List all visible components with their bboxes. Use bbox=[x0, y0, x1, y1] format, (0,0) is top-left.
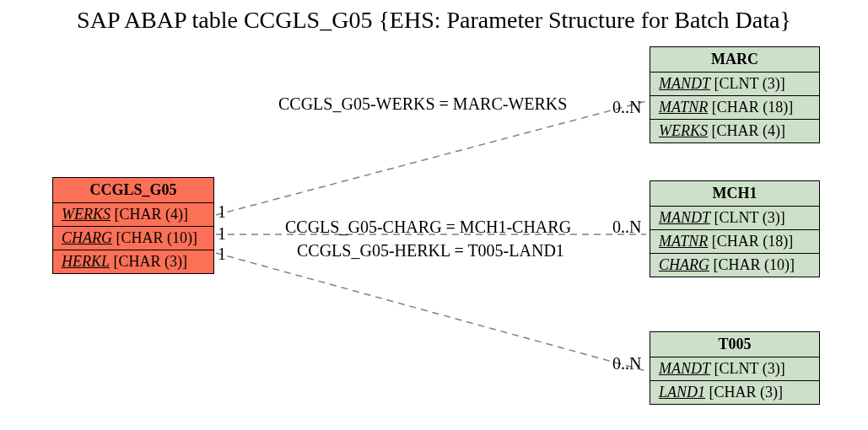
field-type: [CLNT (3)] bbox=[714, 209, 785, 226]
entity-t005: T005 MANDT [CLNT (3)] LAND1 [CHAR (3)] bbox=[650, 331, 820, 405]
cardinality-src-marc: 1 bbox=[218, 202, 226, 222]
field-name: MANDT bbox=[659, 360, 710, 377]
field-type: [CHAR (18)] bbox=[712, 99, 794, 116]
field-name: WERKS bbox=[659, 122, 708, 139]
entity-field-row: MANDT [CLNT (3)] bbox=[650, 73, 819, 96]
entity-field-row: WERKS [CHAR (4)] bbox=[53, 203, 213, 227]
entity-ccgls-g05: CCGLS_G05 WERKS [CHAR (4)] CHARG [CHAR (… bbox=[52, 177, 214, 274]
cardinality-dst-marc: 0..N bbox=[612, 98, 641, 117]
field-name: CHARG bbox=[62, 229, 112, 246]
entity-field-row: CHARG [CHAR (10)] bbox=[650, 254, 819, 277]
field-type: [CHAR (10)] bbox=[714, 256, 795, 273]
field-type: [CLNT (3)] bbox=[714, 360, 785, 377]
relation-label-mch1: CCGLS_G05-CHARG = MCH1-CHARG bbox=[285, 218, 571, 237]
entity-field-row: MANDT [CLNT (3)] bbox=[650, 207, 819, 230]
field-name: MATNR bbox=[659, 233, 708, 250]
field-name: MANDT bbox=[659, 75, 710, 92]
field-type: [CHAR (10)] bbox=[116, 229, 198, 246]
entity-field-row: MATNR [CHAR (18)] bbox=[650, 230, 819, 254]
entity-mch1-header: MCH1 bbox=[650, 181, 819, 207]
entity-marc-header: MARC bbox=[650, 47, 819, 73]
field-name: HERKL bbox=[62, 253, 110, 270]
svg-line-0 bbox=[216, 101, 646, 215]
entity-field-row: HERKL [CHAR (3)] bbox=[53, 250, 213, 273]
cardinality-dst-t005: 0..N bbox=[612, 354, 641, 374]
page-title: SAP ABAP table CCGLS_G05 {EHS: Parameter… bbox=[0, 7, 868, 34]
field-name: LAND1 bbox=[659, 384, 705, 400]
field-type: [CHAR (3)] bbox=[114, 253, 188, 270]
relation-label-marc: CCGLS_G05-WERKS = MARC-WERKS bbox=[278, 94, 567, 114]
entity-ccgls-g05-header: CCGLS_G05 bbox=[53, 178, 213, 203]
entity-field-row: MANDT [CLNT (3)] bbox=[650, 357, 819, 381]
entity-field-row: CHARG [CHAR (10)] bbox=[53, 227, 213, 250]
field-type: [CHAR (3)] bbox=[709, 384, 784, 400]
field-name: MATNR bbox=[659, 99, 708, 116]
field-name: WERKS bbox=[62, 206, 111, 223]
cardinality-src-mch1: 1 bbox=[218, 224, 226, 244]
entity-field-row: MATNR [CHAR (18)] bbox=[650, 96, 819, 120]
svg-line-2 bbox=[216, 253, 646, 371]
field-name: CHARG bbox=[659, 256, 709, 273]
entity-field-row: LAND1 [CHAR (3)] bbox=[650, 381, 819, 404]
field-type: [CHAR (4)] bbox=[712, 122, 786, 139]
entity-marc: MARC MANDT [CLNT (3)] MATNR [CHAR (18)] … bbox=[650, 46, 820, 143]
cardinality-src-t005: 1 bbox=[218, 245, 226, 264]
field-type: [CLNT (3)] bbox=[714, 75, 785, 92]
relation-label-t005: CCGLS_G05-HERKL = T005-LAND1 bbox=[297, 241, 564, 261]
field-name: MANDT bbox=[659, 209, 710, 226]
cardinality-dst-mch1: 0..N bbox=[612, 218, 641, 237]
entity-t005-header: T005 bbox=[650, 332, 819, 357]
field-type: [CHAR (18)] bbox=[712, 233, 794, 250]
field-type: [CHAR (4)] bbox=[115, 206, 189, 223]
entity-mch1: MCH1 MANDT [CLNT (3)] MATNR [CHAR (18)] … bbox=[650, 180, 820, 277]
entity-field-row: WERKS [CHAR (4)] bbox=[650, 120, 819, 142]
